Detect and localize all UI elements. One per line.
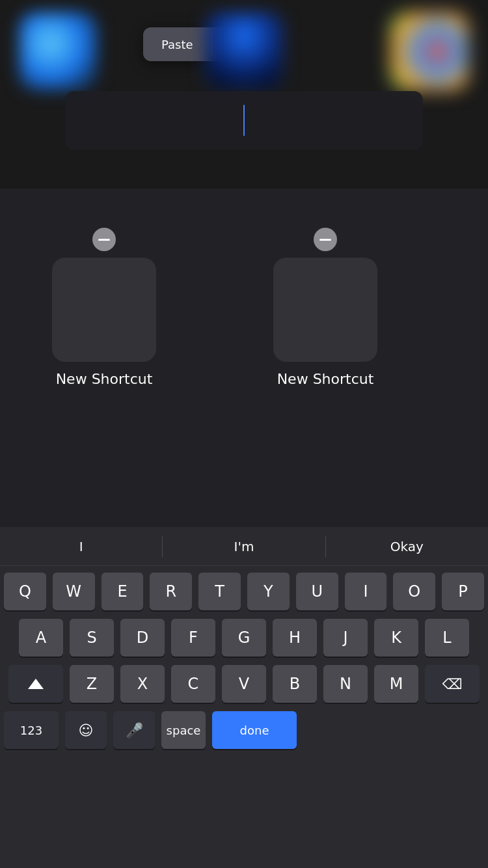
paste-button[interactable]: Paste	[143, 27, 211, 61]
key-G[interactable]: G	[222, 619, 266, 657]
text-cursor	[243, 105, 245, 136]
num-key[interactable]: 123	[4, 711, 59, 749]
done-key[interactable]: done	[212, 711, 297, 749]
key-X[interactable]: X	[120, 665, 165, 703]
key-K[interactable]: K	[374, 619, 418, 657]
key-S[interactable]: S	[70, 619, 114, 657]
predictive-word-2[interactable]: I'm	[163, 539, 325, 554]
key-F[interactable]: F	[171, 619, 215, 657]
key-Q[interactable]: Q	[4, 573, 46, 610]
emoji-icon: ☺	[79, 722, 94, 739]
key-A[interactable]: A	[19, 619, 63, 657]
shortcut-item-2: New Shortcut	[273, 228, 377, 387]
predictive-word-1[interactable]: I	[0, 539, 162, 554]
key-rows: Q W E R T Y U I O P A S D F G H J K L	[0, 566, 488, 703]
shortcut-item-1: New Shortcut	[52, 228, 156, 387]
key-row-1: Q W E R T Y U I O P	[4, 573, 484, 610]
blurred-icon-mid	[205, 12, 283, 90]
key-I[interactable]: I	[345, 573, 387, 610]
key-D[interactable]: D	[120, 619, 165, 657]
shift-icon	[28, 679, 44, 689]
key-U[interactable]: U	[296, 573, 338, 610]
key-P[interactable]: P	[442, 573, 484, 610]
mic-key[interactable]: 🎤	[113, 711, 155, 749]
key-R[interactable]: R	[150, 573, 192, 610]
delete-icon: ⌫	[442, 676, 462, 692]
predictive-bar: I I'm Okay	[0, 527, 488, 566]
key-O[interactable]: O	[393, 573, 435, 610]
key-row-2: A S D F G H J K L	[4, 619, 484, 657]
delete-key[interactable]: ⌫	[425, 665, 480, 703]
mic-icon: 🎤	[126, 722, 143, 739]
key-E[interactable]: E	[102, 573, 144, 610]
key-B[interactable]: B	[273, 665, 317, 703]
key-Z[interactable]: Z	[70, 665, 114, 703]
predictive-word-3[interactable]: Okay	[326, 539, 488, 554]
blurred-icon-right	[390, 12, 468, 90]
main-panel: New Shortcut New Shortcut	[0, 189, 488, 527]
key-H[interactable]: H	[273, 619, 317, 657]
key-T[interactable]: T	[198, 573, 241, 610]
shift-key[interactable]	[8, 665, 63, 703]
key-W[interactable]: W	[53, 573, 95, 610]
remove-badge-2[interactable]	[314, 228, 337, 251]
text-input-field[interactable]	[65, 91, 423, 150]
shortcut-label-1: New Shortcut	[56, 371, 153, 387]
key-V[interactable]: V	[222, 665, 266, 703]
blurred-icons-row	[0, 0, 488, 91]
remove-badge-1[interactable]	[92, 228, 116, 251]
shortcut-label-2: New Shortcut	[277, 371, 374, 387]
key-row-3: Z X C V B N M ⌫	[4, 665, 484, 703]
shortcut-box-1[interactable]	[52, 258, 156, 362]
keyboard-area: I I'm Okay Q W E R T Y U I O P A S D F G…	[0, 527, 488, 868]
blurred-icon-left	[20, 12, 98, 90]
key-Y[interactable]: Y	[247, 573, 290, 610]
key-M[interactable]: M	[374, 665, 418, 703]
key-J[interactable]: J	[323, 619, 368, 657]
space-key[interactable]: space	[161, 711, 206, 749]
key-N[interactable]: N	[323, 665, 368, 703]
shortcuts-area: New Shortcut New Shortcut	[0, 189, 488, 387]
top-area: Paste	[0, 0, 488, 189]
bottom-row: 123 ☺ 🎤 space done	[0, 703, 488, 749]
key-L[interactable]: L	[425, 619, 469, 657]
shortcut-box-2[interactable]	[273, 258, 377, 362]
emoji-key[interactable]: ☺	[65, 711, 107, 749]
key-C[interactable]: C	[171, 665, 215, 703]
